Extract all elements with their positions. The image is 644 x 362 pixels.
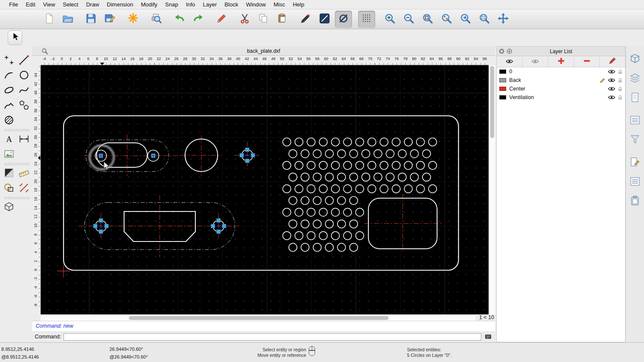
layer-row-ventilation[interactable]: Ventilation: [497, 93, 625, 102]
menu-snap[interactable]: Snap: [161, 1, 182, 8]
attr-pen-button[interactable]: [297, 11, 314, 28]
ruler-h-label: 48: [269, 57, 278, 61]
dock-edit-button[interactable]: [628, 156, 642, 170]
layer-visibility-icon[interactable]: [608, 86, 615, 91]
open-file-button[interactable]: [59, 11, 76, 28]
ruler-v-label: 38: [33, 97, 38, 106]
save-button[interactable]: [82, 11, 100, 28]
dock-filter-button[interactable]: [628, 133, 642, 148]
panel-close-button[interactable]: [499, 48, 504, 54]
zoom-auto-button[interactable]: [419, 11, 436, 28]
ruler-tool-button[interactable]: [16, 166, 31, 181]
polygon-tool-button[interactable]: [16, 98, 31, 113]
paste-button[interactable]: [274, 11, 291, 28]
layer-lock-icon[interactable]: [618, 86, 623, 92]
line-attr-button[interactable]: [316, 11, 333, 28]
line-tool-button[interactable]: [16, 53, 31, 68]
cad-canvas[interactable]: [41, 65, 489, 314]
measure-tool-button[interactable]: [16, 181, 31, 196]
redo-button[interactable]: [190, 11, 207, 28]
command-options-button[interactable]: [484, 333, 492, 340]
delete-pen-button[interactable]: [213, 11, 230, 28]
zoom-in-button[interactable]: [381, 11, 398, 28]
dock-commands-button[interactable]: [628, 175, 642, 190]
layer-visibility-icon[interactable]: [608, 69, 615, 74]
selection-handle: [99, 219, 103, 223]
show-all-layers-button[interactable]: [497, 56, 522, 67]
zoom-out-button[interactable]: [400, 11, 417, 28]
menu-help[interactable]: Help: [289, 1, 308, 8]
vertical-scrollbar[interactable]: [489, 65, 495, 314]
arc-tool-button[interactable]: [1, 68, 16, 83]
grid-dots-button[interactable]: [358, 11, 375, 28]
points-button[interactable]: [1, 53, 16, 68]
zoom-window-button[interactable]: [476, 11, 493, 28]
command-input[interactable]: [64, 333, 481, 341]
add-layer-button[interactable]: [548, 56, 574, 67]
layer-visibility-icon[interactable]: [608, 95, 615, 100]
diameter-button[interactable]: [335, 11, 352, 28]
layer-visibility-icon[interactable]: [608, 78, 615, 83]
layer-name: Ventilation: [509, 94, 605, 100]
layer-row-back[interactable]: Back: [497, 76, 625, 84]
select-tool-button[interactable]: [8, 30, 22, 45]
modify-layer-button[interactable]: [600, 56, 625, 67]
layer-lock-icon[interactable]: [618, 69, 623, 75]
spline-tool-button[interactable]: [16, 83, 31, 98]
dim-tool-button[interactable]: [16, 132, 31, 147]
hide-all-layers-button[interactable]: [522, 56, 548, 67]
polyline-tool-button[interactable]: [1, 98, 16, 113]
menu-edit[interactable]: Edit: [22, 1, 39, 8]
undo-button[interactable]: [171, 11, 188, 28]
panel-float-button[interactable]: [507, 48, 512, 54]
vent-hole: [349, 196, 358, 205]
cube-tool-button[interactable]: [1, 200, 16, 215]
menu-file[interactable]: File: [5, 1, 22, 8]
copy-button[interactable]: [255, 11, 272, 28]
modify-tool-button[interactable]: [1, 166, 16, 181]
dock-properties-button[interactable]: [628, 52, 642, 67]
dock-blocks-button[interactable]: [628, 91, 642, 106]
pan-button[interactable]: [495, 11, 512, 28]
menu-window[interactable]: Window: [242, 1, 270, 8]
ellipse-tool-button[interactable]: [1, 83, 16, 98]
panel-page-icon: [629, 92, 641, 105]
layer-lock-icon[interactable]: [618, 78, 623, 83]
dock-layers-button[interactable]: [628, 72, 642, 86]
menu-select[interactable]: Select: [59, 1, 82, 8]
layer-row-0[interactable]: 0: [497, 67, 625, 76]
ruler-h-label: 52: [286, 57, 296, 61]
dock-clipboard-button[interactable]: [628, 194, 642, 209]
save-as-button[interactable]: [101, 11, 118, 28]
dock-library-button[interactable]: [628, 114, 642, 128]
cut-button[interactable]: [236, 11, 253, 28]
document-title: back_plate.dxf: [247, 48, 280, 54]
horizontal-scrollbar-thumb[interactable]: [129, 316, 389, 320]
text-tool-button[interactable]: A: [1, 132, 16, 147]
ruler-h-label: 28: [180, 57, 190, 61]
svg-logo-button[interactable]: [125, 11, 142, 28]
menu-modify[interactable]: Modify: [137, 1, 161, 8]
zoom-prev-button[interactable]: [457, 11, 474, 28]
image-tool-button[interactable]: [1, 147, 16, 162]
zoom-select-button[interactable]: [438, 11, 455, 28]
circle-tool-button[interactable]: [16, 68, 31, 83]
relative-coordinates: @8.9512,25.4146: [1, 353, 39, 361]
menu-misc[interactable]: Misc: [270, 1, 289, 8]
menu-info[interactable]: Info: [182, 1, 199, 8]
menu-view[interactable]: View: [39, 1, 59, 8]
new-file-button[interactable]: [40, 11, 58, 28]
menu-dimension[interactable]: Dimension: [103, 1, 137, 8]
block-tool-button[interactable]: [1, 181, 16, 196]
hatch-tool-button[interactable]: [1, 113, 16, 128]
menu-layer[interactable]: Layer: [199, 1, 221, 8]
horizontal-scrollbar[interactable]: [41, 314, 476, 321]
remove-layer-button[interactable]: [574, 56, 600, 67]
print-preview-button[interactable]: [148, 11, 165, 28]
layer-lock-icon[interactable]: [618, 95, 623, 100]
ruler-v-label: 8: [33, 230, 38, 239]
menu-block[interactable]: Block: [221, 1, 242, 8]
menu-draw[interactable]: Draw: [82, 1, 103, 8]
vertical-scrollbar-thumb[interactable]: [490, 66, 494, 138]
layer-row-center[interactable]: Center: [497, 84, 625, 93]
